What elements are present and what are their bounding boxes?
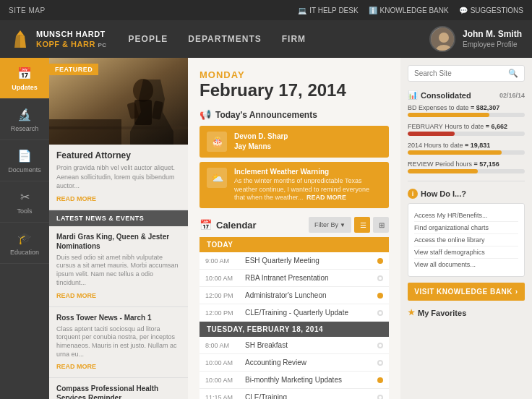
avatar xyxy=(429,26,455,52)
list-view-button[interactable]: ☰ xyxy=(354,217,370,233)
event-dot xyxy=(377,377,383,383)
sidebar: 📅 Updates 🔬 Research 📄 Documents ✂ Tools… xyxy=(0,58,49,399)
stat-bar-3 xyxy=(408,169,478,173)
stat-bar-bg-1 xyxy=(408,132,525,136)
news-read-more-0[interactable]: READ MORE xyxy=(56,292,96,299)
event-dot xyxy=(377,310,383,316)
logo-text: MUNSCH HARDT KOPF & HARR PC xyxy=(36,29,107,50)
info-icon: ℹ️ xyxy=(369,7,377,14)
event-title: Bi-monthly Marketing Updates xyxy=(245,376,377,384)
event-tuesday-3[interactable]: 11:15 AM CLE/Training xyxy=(200,389,389,399)
consolidated-widget-title: 📊 Consolidated 02/16/14 xyxy=(408,90,525,100)
how-do-i-item-1[interactable]: Find organizational charts xyxy=(414,222,518,234)
search-input[interactable] xyxy=(414,69,508,77)
date-label: February 17, 2014 xyxy=(200,80,389,100)
event-today-3[interactable]: 12:00 PM CLE/Training - Quarterly Update xyxy=(200,304,389,322)
featured-title: Featured Attorney xyxy=(56,150,181,160)
announcement-birthday: 🎂 Devon D. Sharp Jay Manns xyxy=(200,126,389,158)
event-today-1[interactable]: 10:00 AM RBA Intranet Presentation xyxy=(200,270,389,287)
featured-read-more[interactable]: READ MORE xyxy=(56,195,96,202)
user-area[interactable]: John M. Smith Employee Profile xyxy=(429,26,522,52)
event-time: 8:00 AM xyxy=(205,342,245,349)
featured-desc: Proin gravida nibh vel velit auctor aliq… xyxy=(56,163,181,191)
stat-item-1: FEBRUARY Hours to date = 6,662 xyxy=(408,123,525,136)
sidebar-item-education[interactable]: 🎓 Education xyxy=(0,223,49,264)
featured-image: FEATURED xyxy=(49,58,188,145)
visit-knowledge-bank-button[interactable]: VISIT KNOWLEDGE BANK › xyxy=(408,283,525,301)
event-tuesday-0[interactable]: 8:00 AM SH Breakfast xyxy=(200,337,389,354)
how-do-i-list: Access My HR/Benefits...Find organizatio… xyxy=(408,203,525,277)
main-nav: PEOPLE DEPARTMENTS FIRM xyxy=(129,34,429,44)
event-dot xyxy=(377,343,383,348)
how-do-i-item-2[interactable]: Access the online library xyxy=(414,234,518,246)
birthday-names: Devon D. Sharp Jay Manns xyxy=(234,132,382,152)
how-do-i-item-3[interactable]: View staff demographics xyxy=(414,246,518,259)
tools-icon: ✂ xyxy=(20,190,30,204)
filter-by-button[interactable]: Filter By ▼ xyxy=(309,217,351,233)
calendar-title: 📅 Calendar xyxy=(200,219,257,231)
news-read-more-1[interactable]: READ MORE xyxy=(56,363,96,370)
sidebar-item-tools[interactable]: ✂ Tools xyxy=(0,181,49,223)
events-tuesday: 8:00 AM SH Breakfast 10:00 AM Accounting… xyxy=(200,337,389,399)
suggestions-link[interactable]: 💬 SUGGESTIONS xyxy=(459,7,523,14)
how-do-i-item-0[interactable]: Access My HR/Benefits... xyxy=(414,210,518,222)
bar-chart-icon: 📊 xyxy=(408,90,418,100)
announcements-title: Today's Announcements xyxy=(215,110,317,120)
news-item-1: Ross Tower News - March 1 Class aptent t… xyxy=(49,307,188,379)
knowledge-bank-link[interactable]: ℹ️ KNOWLEDGE BANK xyxy=(369,7,449,14)
news-item-2: Compass Professional Health Services Rem… xyxy=(49,378,188,399)
stat-item-3: REVIEW Period hours = 57,156 xyxy=(408,160,525,173)
search-icon[interactable]: 🔍 xyxy=(508,69,518,78)
document-icon: 📄 xyxy=(17,149,32,163)
event-time: 12:00 PM xyxy=(205,292,245,299)
sidebar-item-updates[interactable]: 📅 Updates xyxy=(0,58,49,99)
nav-people[interactable]: PEOPLE xyxy=(129,34,168,44)
event-time: 10:00 AM xyxy=(205,359,245,366)
events-today: 9:00 AM ESH Quarterly Meeting 10:00 AM R… xyxy=(200,252,389,322)
weather-desc: As the winter months of unpredictable Te… xyxy=(234,177,382,202)
stat-bar-2 xyxy=(408,150,502,155)
calendar-icon: 📅 xyxy=(17,66,32,80)
speech-icon: 💬 xyxy=(459,7,468,14)
site-map-label[interactable]: SITE MAP xyxy=(9,7,46,14)
event-dot xyxy=(377,395,383,399)
sidebar-item-documents[interactable]: 📄 Documents xyxy=(0,140,49,181)
event-title: Administrator's Luncheon xyxy=(245,291,377,299)
event-dot xyxy=(377,275,383,281)
event-time: 12:00 PM xyxy=(205,309,245,317)
event-tuesday-1[interactable]: 10:00 AM Accounting Review xyxy=(200,354,389,372)
sidebar-item-research[interactable]: 🔬 Research xyxy=(0,99,49,140)
logo-area[interactable]: MUNSCH HARDT KOPF & HARR PC xyxy=(10,29,107,50)
event-time: 11:15 AM xyxy=(205,394,245,399)
featured-badge: FEATURED xyxy=(49,64,98,75)
research-icon: 🔬 xyxy=(17,108,32,121)
it-help-link[interactable]: 💻 IT HELP DESK xyxy=(298,7,358,14)
nav-firm[interactable]: FIRM xyxy=(282,34,306,44)
nav-departments[interactable]: DEPARTMENTS xyxy=(188,34,261,44)
weather-read-more[interactable]: READ MORE xyxy=(306,194,346,201)
event-title: SH Breakfast xyxy=(245,341,377,349)
search-bar[interactable]: 🔍 xyxy=(408,65,525,82)
featured-section: Featured Attorney Proin gravida nibh vel… xyxy=(49,145,188,210)
main-header: MUNSCH HARDT KOPF & HARR PC PEOPLE DEPAR… xyxy=(0,20,532,58)
tuesday-header: TUESDAY, FEBRUARY 18, 2014 xyxy=(200,322,389,337)
grid-view-button[interactable]: ⊞ xyxy=(373,217,389,233)
event-time: 9:00 AM xyxy=(205,257,245,265)
svg-rect-12 xyxy=(49,119,121,145)
svg-rect-10 xyxy=(152,100,163,120)
how-do-i-item-4[interactable]: View all documents... xyxy=(414,259,518,270)
event-dot xyxy=(377,258,383,264)
stat-bar-0 xyxy=(408,113,489,117)
event-title: CLE/Training - Quarterly Update xyxy=(245,309,377,317)
stat-bar-bg-0 xyxy=(408,113,525,117)
day-label: MONDAY xyxy=(200,69,389,80)
event-today-2[interactable]: 12:00 PM Administrator's Luncheon xyxy=(200,287,389,304)
right-panel: 🔍 📊 Consolidated 02/16/14 BD Expenses to… xyxy=(400,58,532,399)
stat-bar-1 xyxy=(408,132,455,136)
event-today-0[interactable]: 9:00 AM ESH Quarterly Meeting xyxy=(200,252,389,270)
calendar-header-icon: 📅 xyxy=(200,219,212,231)
megaphone-icon: 📢 xyxy=(200,109,211,120)
event-tuesday-2[interactable]: 10:00 AM Bi-monthly Marketing Updates xyxy=(200,372,389,389)
news-item-0: Mardi Gras King, Queen & Jester Nominati… xyxy=(49,226,188,307)
center-panel: MONDAY February 17, 2014 📢 Today's Annou… xyxy=(188,58,400,399)
